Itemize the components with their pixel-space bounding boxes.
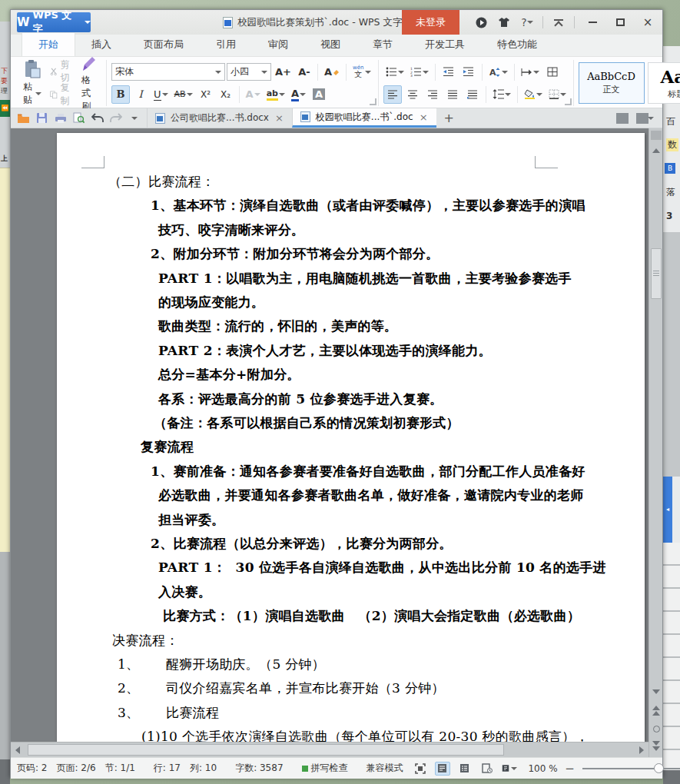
scroll-left-button[interactable] bbox=[11, 742, 25, 758]
insert-table-button[interactable] bbox=[543, 63, 562, 81]
grow-font-button[interactable]: A+ bbox=[273, 63, 294, 81]
close-tab-icon[interactable]: × bbox=[419, 111, 429, 123]
markup-toggle-icon[interactable] bbox=[651, 131, 662, 140]
cut-button[interactable]: 剪切 bbox=[48, 62, 75, 81]
align-center-button[interactable] bbox=[403, 85, 422, 104]
menu-tab-5[interactable]: 审阅 bbox=[252, 33, 304, 56]
align-left-button[interactable] bbox=[383, 85, 402, 104]
doc-tab-company[interactable]: 公司歌唱比赛...书.docx × bbox=[147, 108, 292, 128]
menu-tab-9[interactable]: 特色功能 bbox=[481, 33, 553, 56]
increase-indent-button[interactable] bbox=[459, 63, 478, 81]
tab-menu-icon[interactable] bbox=[636, 113, 648, 124]
format-painter-button[interactable]: 格式刷 bbox=[78, 54, 101, 113]
redo-icon[interactable] bbox=[109, 111, 122, 125]
text-effect-button[interactable]: A bbox=[244, 85, 263, 104]
style-normal[interactable]: AaBbCcD 正文 bbox=[579, 62, 645, 104]
font-dialog-launcher[interactable] bbox=[370, 98, 376, 105]
next-page-button[interactable] bbox=[649, 739, 663, 752]
status-page-number[interactable]: 页码: 2 bbox=[17, 762, 48, 775]
zoom-slider-thumb[interactable] bbox=[654, 763, 664, 773]
vertical-scroll-thumb[interactable] bbox=[651, 248, 662, 299]
decrease-indent-button[interactable] bbox=[440, 63, 458, 81]
previous-page-button[interactable] bbox=[649, 703, 663, 717]
menu-tab-2[interactable]: 插入 bbox=[75, 33, 128, 56]
status-page-count[interactable]: 页面: 2/6 bbox=[57, 762, 96, 775]
fullscreen-view-icon[interactable] bbox=[413, 762, 428, 776]
shading-button[interactable] bbox=[522, 85, 545, 104]
close-button[interactable]: × bbox=[638, 15, 658, 30]
minimize-button[interactable] bbox=[582, 15, 602, 30]
doc-tab-campus[interactable]: 校园歌唱比赛...书`.doc × bbox=[292, 108, 436, 128]
feedback-icon[interactable] bbox=[473, 15, 489, 30]
horizontal-scrollbar[interactable] bbox=[11, 742, 648, 757]
paragraph-dialog-launcher[interactable] bbox=[565, 98, 572, 105]
shrink-font-button[interactable]: A- bbox=[295, 63, 313, 81]
undo-icon[interactable] bbox=[91, 111, 104, 125]
bold-button[interactable]: B bbox=[111, 85, 130, 104]
status-section[interactable]: 节: 1/1 bbox=[105, 762, 135, 775]
document-area[interactable]: （二）比赛流程：1、基本环节：演绎自选歌曲（或者由评委喊停），主要以参赛选手的演… bbox=[11, 128, 662, 742]
outline-view-icon[interactable] bbox=[457, 762, 473, 776]
document-page[interactable]: （二）比赛流程：1、基本环节：演绎自选歌曲（或者由评委喊停），主要以参赛选手的演… bbox=[57, 133, 645, 742]
new-tab-button[interactable]: + bbox=[436, 108, 462, 128]
menu-tab-4[interactable]: 引用 bbox=[200, 33, 252, 56]
close-tab-icon[interactable]: × bbox=[274, 112, 284, 124]
vertical-scrollbar[interactable] bbox=[648, 128, 662, 757]
scroll-right-button[interactable] bbox=[635, 742, 648, 758]
select-browse-object-button[interactable] bbox=[649, 722, 663, 736]
line-spacing-button[interactable] bbox=[490, 85, 513, 104]
status-column[interactable]: 列: 10 bbox=[190, 762, 217, 775]
print-icon[interactable] bbox=[54, 111, 67, 125]
tab-stop-button[interactable] bbox=[519, 63, 542, 81]
pinyin-guide-button[interactable]: wén 文 bbox=[350, 63, 373, 81]
status-line[interactable]: 行: 17 bbox=[154, 762, 181, 775]
read-mode-view-icon[interactable] bbox=[502, 762, 517, 776]
style-heading-1[interactable]: AaB 标题 1 bbox=[648, 62, 680, 104]
italic-button[interactable]: I bbox=[131, 85, 150, 104]
paste-button[interactable]: 粘贴 bbox=[20, 59, 45, 107]
menu-tab-7[interactable]: 章节 bbox=[357, 33, 409, 56]
wps-app-menu-button[interactable]: W WPS 文字 bbox=[17, 12, 91, 32]
menu-tab-1[interactable]: 开始 bbox=[22, 32, 75, 56]
horizontal-scroll-thumb[interactable] bbox=[28, 744, 504, 756]
zoom-percentage[interactable]: 100 % bbox=[524, 763, 558, 774]
numbered-list-button[interactable]: 123 bbox=[408, 63, 431, 81]
menu-tab-8[interactable]: 开发工具 bbox=[409, 33, 481, 56]
highlight-button[interactable]: ab bbox=[264, 85, 287, 104]
scroll-down-button[interactable] bbox=[649, 685, 663, 699]
login-button[interactable]: 未登录 bbox=[402, 10, 459, 35]
zoom-slider[interactable] bbox=[582, 768, 680, 769]
open-file-icon[interactable] bbox=[17, 111, 30, 125]
font-size-select[interactable]: 小四 bbox=[227, 63, 271, 81]
strikethrough-button[interactable]: AB bbox=[172, 85, 195, 104]
menu-tab-3[interactable]: 页面布局 bbox=[128, 33, 200, 56]
text-direction-button[interactable]: A bbox=[486, 63, 510, 81]
quick-access-menu-icon[interactable] bbox=[128, 111, 141, 125]
save-icon[interactable] bbox=[35, 111, 48, 125]
align-right-button[interactable] bbox=[423, 85, 442, 104]
web-layout-view-icon[interactable] bbox=[479, 762, 495, 776]
font-color-button[interactable]: A bbox=[289, 85, 308, 104]
status-word-count[interactable]: 字数: 3587 bbox=[235, 762, 283, 775]
zoom-out-button[interactable]: − bbox=[565, 762, 576, 776]
skin-theme-icon[interactable] bbox=[496, 15, 512, 30]
clear-format-button[interactable]: A bbox=[322, 63, 342, 81]
font-family-select[interactable]: 宋体 bbox=[111, 63, 225, 81]
copy-button[interactable]: 复制 bbox=[48, 85, 75, 104]
underline-button[interactable]: U bbox=[151, 85, 171, 104]
subscript-button[interactable]: X₂ bbox=[217, 85, 235, 104]
collapse-ribbon-icon[interactable] bbox=[551, 15, 566, 30]
distribute-button[interactable] bbox=[463, 85, 482, 104]
page-layout-view-icon[interactable] bbox=[435, 762, 450, 776]
help-icon[interactable]: ? bbox=[519, 15, 535, 30]
tab-list-icon[interactable] bbox=[616, 113, 629, 124]
scroll-up-button[interactable] bbox=[649, 144, 663, 158]
char-shading-button[interactable]: A bbox=[310, 85, 328, 104]
maximize-button[interactable] bbox=[610, 15, 630, 30]
status-compatibility-mode[interactable]: 兼容模式 bbox=[367, 762, 403, 775]
print-preview-icon[interactable] bbox=[72, 111, 85, 125]
bullet-list-button[interactable] bbox=[383, 63, 406, 81]
superscript-button[interactable]: X² bbox=[197, 85, 215, 104]
menu-tab-6[interactable]: 视图 bbox=[304, 33, 357, 56]
spell-check-toggle[interactable]: 拼写检查 bbox=[302, 762, 348, 775]
